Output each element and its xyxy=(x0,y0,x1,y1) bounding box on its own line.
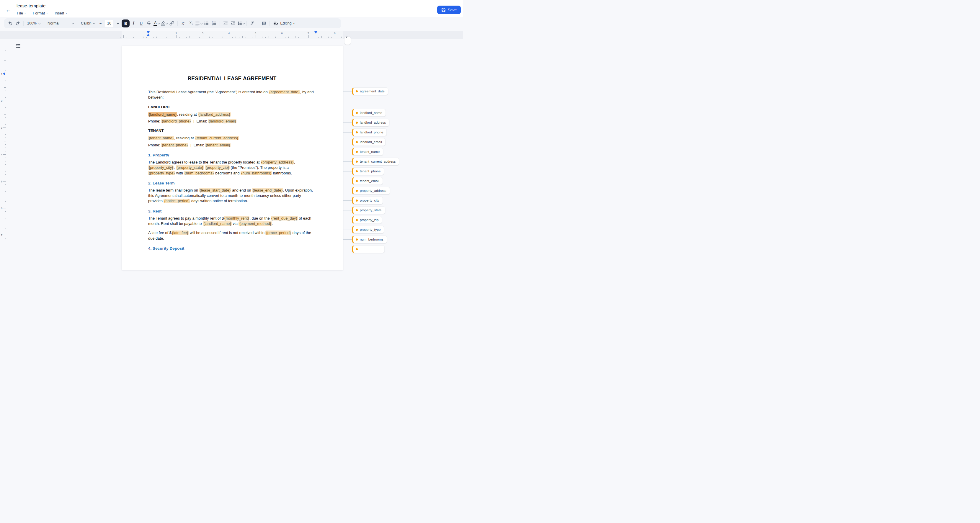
orange-dot-icon xyxy=(356,190,358,192)
paragraph-style-select[interactable]: Normal xyxy=(46,19,75,27)
variable-chip-property_state[interactable]: property_state xyxy=(352,206,385,214)
undo-button[interactable] xyxy=(6,19,14,27)
variable-chip-property_city[interactable]: property_city xyxy=(352,197,383,204)
variable-chip-label: property_city xyxy=(360,199,379,202)
variable-chip-property_address[interactable]: property_address xyxy=(352,187,390,194)
menu-file[interactable]: File ▾ xyxy=(15,10,28,16)
mode-select[interactable]: Editing ▾ xyxy=(272,19,296,27)
orange-dot-icon xyxy=(356,131,358,134)
horizontal-ruler[interactable]: 2345678 xyxy=(0,31,463,39)
floating-pencil-button[interactable] xyxy=(344,37,351,45)
variable-chip-tenant_name[interactable]: tenant_name xyxy=(352,148,383,156)
variable-chip-label: property_address xyxy=(360,189,387,192)
undo-icon xyxy=(8,21,13,26)
variable-chip-tenant_email[interactable]: tenant_email xyxy=(352,177,383,185)
font-family-value: Calibri xyxy=(81,21,91,25)
variable-token-property_state[interactable]: {property_state} xyxy=(176,165,204,170)
variable-chip-property_zip[interactable]: property_zip xyxy=(352,216,382,224)
increase-font-size-button[interactable]: + xyxy=(114,19,122,27)
numbered-list-button[interactable]: 123 xyxy=(210,19,218,27)
svg-text:3: 3 xyxy=(212,24,213,26)
menu-insert[interactable]: Insert ▾ xyxy=(52,10,69,16)
variable-chip-tenant_phone[interactable]: tenant_phone xyxy=(352,167,384,175)
variable-chip-num_bedrooms[interactable]: num_bedrooms xyxy=(352,235,387,243)
variable-token-agreement_date[interactable]: {agreement_date} xyxy=(269,90,300,94)
variable-token-property_type[interactable]: {property_type} xyxy=(148,171,175,175)
menu-insert-label: Insert xyxy=(55,11,64,15)
underline-button[interactable]: U xyxy=(137,19,145,27)
bold-button[interactable]: B xyxy=(122,19,130,27)
italic-button[interactable]: I xyxy=(130,19,137,27)
font-family-select[interactable]: Calibri xyxy=(79,19,97,27)
zoom-select[interactable]: 100% xyxy=(25,19,42,27)
variable-chip[interactable] xyxy=(352,245,385,247)
chevron-down-icon: ▾ xyxy=(293,22,294,25)
outdent-button[interactable] xyxy=(222,19,229,27)
variable-chip-agreement_date[interactable]: agreement_date xyxy=(352,87,388,95)
doc-paragraph: The lease term shall begin on {lease_sta… xyxy=(148,188,316,204)
document-outline-button[interactable] xyxy=(15,43,21,49)
variable-token-landlord_phone[interactable]: {landlord_phone} xyxy=(161,119,191,123)
bullet-list-button[interactable] xyxy=(202,19,210,27)
variable-token-notice_period[interactable]: {notice_period} xyxy=(164,199,190,203)
insert-link-button[interactable] xyxy=(168,19,176,27)
variable-token-tenant_name[interactable]: {tenant_name} xyxy=(148,136,174,140)
variable-token-grace_period[interactable]: {grace_period} xyxy=(266,231,291,235)
line-spacing-button[interactable] xyxy=(237,19,245,27)
indent-button[interactable] xyxy=(229,19,237,27)
chevron-down-icon: ▾ xyxy=(46,12,48,14)
variable-token-late_fee[interactable]: {late_fee} xyxy=(172,231,189,235)
chip-connector-line xyxy=(343,220,352,220)
strikethrough-button[interactable] xyxy=(145,19,153,27)
highlight-color-button[interactable] xyxy=(160,19,168,27)
variable-token-landlord_address[interactable]: {landlord_address} xyxy=(198,112,231,117)
variable-token-tenant_phone[interactable]: {tenant_phone} xyxy=(161,143,188,147)
variable-chip-property_type[interactable]: property_type xyxy=(352,226,384,234)
save-floppy-icon xyxy=(441,8,446,12)
toolbar-separator xyxy=(177,21,178,26)
variable-token-num_bathrooms[interactable]: {num_bathrooms} xyxy=(240,171,272,175)
variable-token-property_zip[interactable]: {property_zip} xyxy=(205,165,230,170)
variable-token-landlord_name[interactable]: {landlord_name} xyxy=(148,112,177,117)
orange-dot-icon xyxy=(356,122,358,124)
variable-token-tenant_email[interactable]: {tenant_email} xyxy=(205,143,231,147)
variable-token-property_address[interactable]: {property_address} xyxy=(261,160,294,164)
chip-connector-line xyxy=(343,152,352,152)
comment-button[interactable] xyxy=(260,19,268,27)
mode-label: Editing xyxy=(280,21,291,25)
variable-token-lease_start_date[interactable]: {lease_start_date} xyxy=(199,188,231,192)
variable-token-landlord_email[interactable]: {landlord_email} xyxy=(208,119,236,123)
chevron-down-icon xyxy=(93,22,95,24)
variable-chip-landlord_address[interactable]: landlord_address xyxy=(352,119,389,126)
variable-token-tenant_current_address[interactable]: {tenant_current_address} xyxy=(195,136,239,140)
right-indent-marker[interactable] xyxy=(314,31,317,33)
decrease-font-size-button[interactable]: − xyxy=(97,19,104,27)
first-line-indent-marker[interactable] xyxy=(147,31,150,33)
subscript-button[interactable]: X2 xyxy=(187,19,195,27)
variable-chip-landlord_phone[interactable]: landlord_phone xyxy=(352,129,387,136)
font-size-input[interactable]: 16 xyxy=(105,20,113,27)
variable-token-property_city[interactable]: {property_city} xyxy=(148,165,173,170)
variable-token-landlord_name[interactable]: {landlord_name} xyxy=(203,221,232,226)
variable-token-payment_method[interactable]: {payment_method} xyxy=(239,221,272,226)
back-button[interactable]: ← xyxy=(5,6,12,14)
variable-chip-tenant_current_address[interactable]: tenant_current_address xyxy=(352,157,399,165)
superscript-button[interactable]: X2 xyxy=(180,19,187,27)
doc-heading: 4. Security Deposit xyxy=(148,246,316,247)
variable-token-num_bedrooms[interactable]: {num_bedrooms} xyxy=(184,171,214,175)
text-color-button[interactable]: A xyxy=(153,19,160,27)
document-page[interactable]: RESIDENTIAL LEASE AGREEMENT This Residen… xyxy=(122,46,343,247)
clear-formatting-button[interactable] xyxy=(248,19,256,27)
redo-button[interactable] xyxy=(14,19,22,27)
text-align-button[interactable] xyxy=(195,19,202,27)
left-indent-marker[interactable] xyxy=(147,33,150,36)
toolbar-separator xyxy=(220,21,220,26)
menu-format[interactable]: Format ▾ xyxy=(31,10,49,16)
variable-token-monthly_rent[interactable]: {monthly_rent} xyxy=(224,216,250,221)
variable-token-rent_due_day[interactable]: {rent_due_day} xyxy=(271,216,298,221)
variable-chip-landlord_name[interactable]: landlord_name xyxy=(352,109,386,117)
variable-chip-landlord_email[interactable]: landlord_email xyxy=(352,138,385,146)
chip-connector-line xyxy=(343,161,352,162)
save-button[interactable]: Save xyxy=(437,6,461,14)
variable-token-lease_end_date[interactable]: {lease_end_date} xyxy=(252,188,283,192)
